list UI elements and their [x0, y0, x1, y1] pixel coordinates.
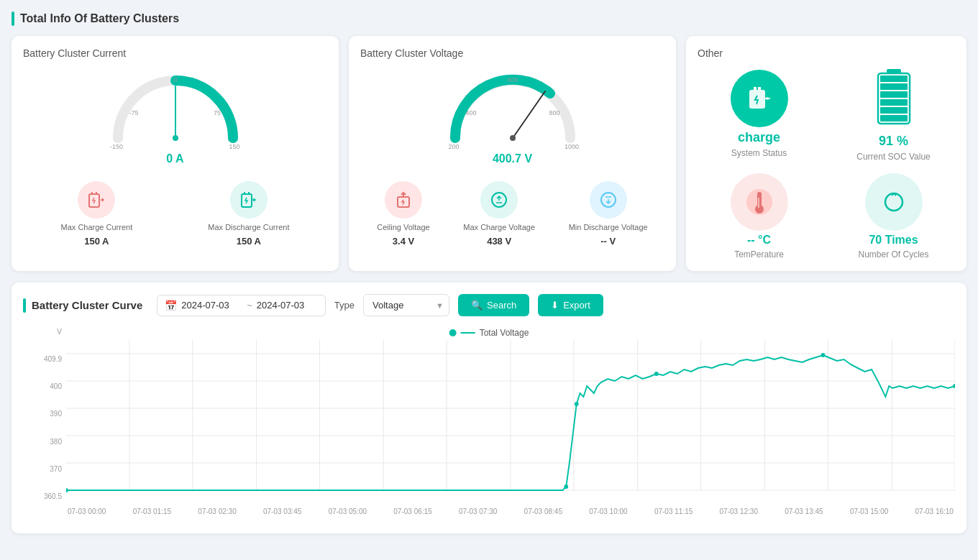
- page-title-section: Total Info Of Battery Clusters: [12, 12, 966, 26]
- svg-point-64: [654, 372, 659, 376]
- date-range-picker[interactable]: 📅 ~: [157, 295, 326, 316]
- max-charge-voltage-label: Max Charge Voltage: [463, 223, 535, 231]
- max-charge-current-value: 150 A: [84, 236, 109, 247]
- max-discharge-current-value: 150 A: [237, 236, 261, 247]
- export-button[interactable]: ⬇ Export: [538, 294, 603, 316]
- svg-text:0: 0: [173, 76, 177, 83]
- svg-text:800: 800: [549, 109, 559, 116]
- type-select-wrap[interactable]: Voltage Current SOC ▼: [363, 294, 449, 316]
- max-discharge-current-item: Max Discharge Current 150 A: [208, 181, 289, 247]
- type-select[interactable]: Voltage Current SOC: [363, 294, 449, 316]
- x-label-12: 07-03 15:00: [850, 508, 888, 515]
- voltage-gauge-value: 400.7 V: [493, 152, 532, 165]
- x-label-2: 07-03 02:30: [198, 508, 236, 515]
- legend-label: Total Voltage: [480, 328, 529, 338]
- svg-text:400: 400: [465, 109, 476, 116]
- svg-text:-150: -150: [109, 143, 122, 150]
- y-val-2: 400: [50, 382, 62, 390]
- svg-point-1: [173, 135, 178, 141]
- system-status-label: System Status: [731, 148, 787, 158]
- svg-point-65: [821, 353, 826, 357]
- min-discharge-voltage-item: Min Discharge Voltage -- V: [569, 181, 648, 247]
- x-label-11: 07-03 13:45: [785, 508, 823, 515]
- current-icons-row: Max Charge Current 150 A: [23, 181, 327, 247]
- chart-svg: [66, 339, 955, 505]
- max-charge-voltage-item: Max Charge Voltage 438 V: [463, 181, 535, 247]
- other-card: Other: [686, 36, 966, 271]
- y-val-4: 380: [50, 438, 62, 446]
- min-discharge-voltage-value: -- V: [600, 236, 616, 247]
- ceiling-voltage-value: 3.4 V: [393, 236, 414, 247]
- svg-point-63: [575, 402, 579, 406]
- cycles-item: 70 Times Number Of Cycles: [832, 173, 955, 260]
- system-status-item: charge System Status: [698, 70, 821, 158]
- chart-x-axis: 07-03 00:00 07-03 01:15 07-03 02:30 07-0…: [66, 500, 955, 522]
- cycles-icon: [865, 173, 923, 231]
- y-val-5: 370: [50, 465, 62, 473]
- temperature-icon: [731, 173, 788, 231]
- current-card-title: Battery Cluster Current: [23, 47, 327, 59]
- max-charge-voltage-icon: [480, 181, 518, 219]
- ceiling-voltage-icon: [385, 181, 422, 219]
- svg-rect-31: [880, 75, 908, 82]
- svg-text:150: 150: [229, 143, 239, 150]
- search-button[interactable]: 🔍 Search: [458, 294, 529, 316]
- x-label-7: 07-03 08:45: [524, 508, 562, 515]
- min-discharge-voltage-icon: [590, 181, 627, 219]
- x-label-5: 07-03 06:15: [393, 508, 431, 515]
- cycles-label: Number Of Cycles: [858, 249, 928, 260]
- type-label: Type: [334, 300, 355, 311]
- top-cards-row: Battery Cluster Current -150 -75 0 75: [12, 36, 966, 271]
- cycles-value: 70 Times: [869, 234, 918, 247]
- x-label-8: 07-03 10:00: [589, 508, 627, 515]
- max-charge-voltage-value: 438 V: [487, 236, 511, 247]
- export-icon: ⬇: [551, 300, 559, 311]
- date-end-input[interactable]: [257, 300, 318, 311]
- svg-rect-34: [880, 99, 908, 106]
- curve-section-title: Battery Cluster Curve: [23, 298, 142, 313]
- temperature-value: -- °C: [747, 234, 771, 247]
- system-status-icon: [731, 70, 788, 127]
- current-gauge-value: 0 A: [166, 152, 183, 165]
- y-val-6: 360.5: [44, 492, 62, 500]
- y-label-top: V: [57, 328, 62, 336]
- x-label-10: 07-03 12:30: [720, 508, 758, 515]
- voltage-card: Battery Cluster Voltage 200 400 600 800: [349, 36, 676, 271]
- svg-text:1000: 1000: [564, 143, 578, 150]
- soc-label: Current SOC Value: [856, 152, 931, 162]
- voltage-gauge-container: 200 400 600 800 1000 400.7 V: [360, 66, 664, 174]
- min-discharge-voltage-label: Min Discharge Voltage: [569, 223, 648, 231]
- max-discharge-current-label: Max Discharge Current: [208, 223, 289, 231]
- date-start-input[interactable]: [181, 300, 242, 311]
- voltage-icons-row: Ceiling Voltage 3.4 V Max Charge Voltage: [360, 181, 664, 247]
- calendar-icon: 📅: [165, 300, 177, 311]
- x-label-0: 07-03 00:00: [68, 508, 106, 515]
- legend-dot: [449, 329, 457, 336]
- svg-line-13: [513, 91, 545, 138]
- voltage-gauge-svg: 200 400 600 800 1000: [441, 66, 585, 152]
- curve-header: Battery Cluster Curve 📅 ~ Type Voltage C…: [23, 294, 955, 316]
- svg-rect-32: [880, 83, 908, 90]
- svg-text:600: 600: [507, 76, 518, 83]
- x-label-6: 07-03 07:30: [459, 508, 497, 515]
- system-status-value: charge: [738, 130, 780, 145]
- svg-rect-33: [880, 91, 908, 98]
- search-icon: 🔍: [471, 300, 483, 311]
- chart-wrap: Total Voltage V 409.9 400 390 380 370 36…: [23, 328, 955, 522]
- y-val-3: 390: [50, 410, 62, 418]
- curve-section: Battery Cluster Curve 📅 ~ Type Voltage C…: [12, 283, 966, 533]
- svg-rect-26: [754, 87, 757, 90]
- title-bar-accent: [12, 12, 14, 26]
- svg-text:75: 75: [213, 109, 220, 116]
- soc-item: 91 % Current SOC Value: [832, 66, 955, 162]
- x-label-3: 07-03 03:45: [263, 508, 301, 515]
- soc-value: 91 %: [879, 134, 908, 149]
- chart-legend: Total Voltage: [449, 328, 529, 338]
- voltage-card-title: Battery Cluster Voltage: [360, 47, 664, 59]
- max-charge-current-icon: [78, 181, 115, 219]
- svg-rect-35: [880, 107, 908, 114]
- svg-point-61: [66, 488, 68, 492]
- date-tilde: ~: [247, 300, 252, 311]
- chart-y-axis: V 409.9 400 390 380 370 360.5: [23, 328, 66, 500]
- soc-battery-icon: [872, 66, 915, 131]
